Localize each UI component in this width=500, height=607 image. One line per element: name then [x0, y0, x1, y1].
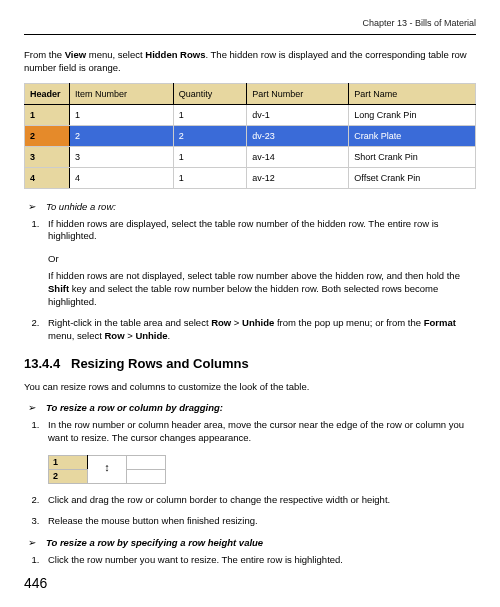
text: from the pop up menu; or from the [274, 317, 423, 328]
row-number-cell: 1 [25, 104, 70, 125]
intro-paragraph: From the View menu, select Hidden Rows. … [24, 49, 476, 75]
text: If hidden rows are not displayed, select… [48, 270, 460, 281]
cell-name: Offset Crank Pin [349, 167, 476, 188]
text: . [168, 330, 171, 341]
cell-name: Crank Plate [349, 125, 476, 146]
row-number-cell: 2 [25, 125, 70, 146]
arrow-icon: ➢ [28, 537, 36, 548]
resize-cursor-figure: 1 ↕ 2 [48, 455, 166, 484]
text: From the [24, 49, 65, 60]
table-row: 4 4 1 av-12 Offset Crank Pin [25, 167, 476, 188]
section-title: Resizing Rows and Columns [71, 356, 249, 371]
mini-cell: ↕ [88, 455, 127, 483]
list-item: In the row number or column header area,… [42, 419, 476, 445]
cell-pn: dv-23 [247, 125, 349, 146]
bom-table: Header Item Number Quantity Part Number … [24, 83, 476, 189]
arrow-icon: ➢ [28, 201, 36, 212]
col-part-number: Part Number [247, 83, 349, 104]
cell-name: Short Crank Pin [349, 146, 476, 167]
text: Right-click in the table area and select [48, 317, 211, 328]
table-row-selected: 2 2 2 dv-23 Crank Plate [25, 125, 476, 146]
unhide-or-paragraph: If hidden rows are not displayed, select… [48, 270, 476, 308]
arrow-icon: ➢ [28, 402, 36, 413]
row-number-cell: 3 [25, 146, 70, 167]
cell-qty: 1 [173, 167, 246, 188]
resize-value-heading: ➢ To resize a row by specifying a row he… [28, 537, 476, 548]
cell-pn: av-14 [247, 146, 349, 167]
menu-format: Format [424, 317, 456, 328]
unhide-steps-cont: Right-click in the table area and select… [24, 317, 476, 343]
or-text: Or [48, 253, 476, 264]
unhide-row-heading: ➢ To unhide a row: [28, 201, 476, 212]
cell-qty: 1 [173, 146, 246, 167]
resize-intro: You can resize rows and columns to custo… [24, 381, 476, 394]
page-number: 446 [24, 575, 47, 591]
menu-row: Row [211, 317, 231, 328]
menu-unhide: Unhide [242, 317, 274, 328]
col-quantity: Quantity [173, 83, 246, 104]
table-header-row: Header Item Number Quantity Part Number … [25, 83, 476, 104]
text: If hidden rows are displayed, select the… [48, 218, 439, 242]
cell-item: 3 [70, 146, 174, 167]
resize-drag-steps-cont: Click and drag the row or column border … [24, 494, 476, 528]
col-part-name: Part Name [349, 83, 476, 104]
col-item-number: Item Number [70, 83, 174, 104]
text: > [125, 330, 136, 341]
resize-drag-heading: ➢ To resize a row or column by dragging: [28, 402, 476, 413]
mini-cell [127, 455, 166, 469]
cell-item: 1 [70, 104, 174, 125]
list-item: Release the mouse button when finished r… [42, 515, 476, 528]
section-number: 13.4.4 [24, 356, 60, 371]
menu-row: Row [105, 330, 125, 341]
chapter-header: Chapter 13 - Bills of Material [24, 18, 476, 32]
list-item: If hidden rows are displayed, select the… [42, 218, 476, 244]
table-row: 3 3 1 av-14 Short Crank Pin [25, 146, 476, 167]
table-row: 1 1 1 dv-1 Long Crank Pin [25, 104, 476, 125]
mini-row: 1 ↕ [49, 455, 166, 469]
cell-pn: dv-1 [247, 104, 349, 125]
mini-row-number: 1 [49, 455, 88, 469]
list-item: Click and drag the row or column border … [42, 494, 476, 507]
list-item: Click the row number you want to resize.… [42, 554, 476, 567]
col-header: Header [25, 83, 70, 104]
cell-item: 4 [70, 167, 174, 188]
menu-unhide: Unhide [135, 330, 167, 341]
header-rule [24, 34, 476, 35]
cell-qty: 1 [173, 104, 246, 125]
text: menu, select [48, 330, 105, 341]
text: key and select the table row number belo… [48, 283, 438, 307]
menu-view: View [65, 49, 86, 60]
cell-pn: av-12 [247, 167, 349, 188]
cell-name: Long Crank Pin [349, 104, 476, 125]
text: menu, select [86, 49, 145, 60]
shift-key: Shift [48, 283, 69, 294]
list-item: Right-click in the table area and select… [42, 317, 476, 343]
resize-value-steps: Click the row number you want to resize.… [24, 554, 476, 567]
document-page: Chapter 13 - Bills of Material From the … [0, 0, 500, 607]
heading-text: To resize a row by specifying a row heig… [46, 537, 263, 548]
section-heading: 13.4.4 Resizing Rows and Columns [24, 356, 476, 371]
heading-text: To resize a row or column by dragging: [46, 402, 223, 413]
heading-text: To unhide a row: [46, 201, 116, 212]
row-number-cell: 4 [25, 167, 70, 188]
unhide-steps: If hidden rows are displayed, select the… [24, 218, 476, 244]
resize-drag-steps: In the row number or column header area,… [24, 419, 476, 445]
mini-row-number: 2 [49, 469, 88, 483]
mini-cell [127, 469, 166, 483]
text: > [231, 317, 242, 328]
menu-hidden-rows: Hidden Rows [145, 49, 205, 60]
cell-qty: 2 [173, 125, 246, 146]
cell-item: 2 [70, 125, 174, 146]
